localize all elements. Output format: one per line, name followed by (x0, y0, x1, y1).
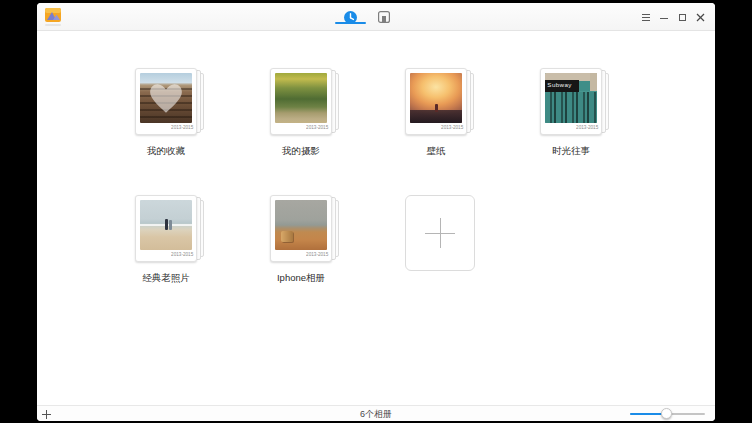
minimize-icon (660, 18, 668, 19)
active-tab-underline (335, 22, 366, 24)
album-date: 2013-2015 (171, 252, 193, 257)
album-date: 2013-2015 (576, 125, 598, 130)
album-icon (378, 11, 390, 23)
album-cover-photo (140, 200, 192, 250)
subway-sign-text: Subway (545, 82, 572, 89)
album-cover-photo (140, 73, 192, 123)
tab-album[interactable] (367, 3, 400, 31)
close-icon (696, 13, 705, 22)
couple-figures (165, 219, 172, 230)
app-window: 2013-2015 我的收藏 2013-2015 我的摄影 2 (37, 3, 715, 421)
album-cover: 2013-2015 (405, 68, 467, 135)
tab-timeline[interactable] (334, 3, 367, 31)
album-date: 2013-2015 (306, 125, 328, 130)
album-cover-photo (275, 200, 327, 250)
album-cover-photo (410, 73, 462, 123)
view-tabs (334, 3, 400, 31)
album-title: 经典老照片 (119, 272, 213, 285)
titlebar (37, 3, 715, 31)
menu-button[interactable] (637, 8, 655, 26)
maximize-button[interactable] (673, 8, 691, 26)
album-tile-wallpaper[interactable]: 2013-2015 壁纸 (405, 68, 475, 158)
album-tile-my-photography[interactable]: 2013-2015 我的摄影 (270, 68, 340, 158)
image-viewer-app-icon (45, 8, 61, 22)
album-tile-iphone[interactable]: 2013-2015 Iphone相册 (270, 195, 340, 285)
album-cover: Subway 2013-2015 (540, 68, 602, 135)
plus-icon (425, 218, 455, 248)
album-title: Iphone相册 (254, 272, 348, 285)
album-date: 2013-2015 (306, 252, 328, 257)
close-button[interactable] (691, 8, 709, 26)
subway-sign: Subway (545, 80, 579, 93)
album-tile-old-times[interactable]: Subway 2013-2015 时光往事 (540, 68, 610, 158)
hay-bale (281, 231, 293, 242)
desktop-background: { "titlebar": { "tabs": [ { "id": "timel… (0, 0, 752, 423)
album-tile-classic-old-photos[interactable]: 2013-2015 经典老照片 (135, 195, 205, 285)
maximize-icon (679, 14, 686, 21)
album-cover: 2013-2015 (270, 195, 332, 262)
album-cover: 2013-2015 (135, 68, 197, 135)
album-date: 2013-2015 (171, 125, 193, 130)
minimize-button[interactable] (655, 8, 673, 26)
app-icon-reflection (45, 24, 61, 26)
album-cover-photo (275, 73, 327, 123)
album-cover: 2013-2015 (270, 68, 332, 135)
album-cover-photo: Subway (545, 73, 597, 123)
album-title: 时光往事 (524, 145, 618, 158)
album-title: 壁纸 (389, 145, 483, 158)
menu-icon (642, 14, 650, 21)
silhouette-figure (435, 104, 438, 112)
album-date: 2013-2015 (441, 125, 463, 130)
window-controls (637, 3, 709, 31)
album-cover: 2013-2015 (135, 195, 197, 262)
heart-overlay-icon (148, 83, 184, 115)
album-count-label: 6个相册 (37, 408, 715, 421)
thumbnail-size-slider[interactable] (630, 413, 705, 415)
status-bar: 6个相册 (37, 405, 715, 421)
album-tile-favorites[interactable]: 2013-2015 我的收藏 (135, 68, 205, 158)
album-title: 我的摄影 (254, 145, 348, 158)
add-album-tile[interactable] (405, 195, 475, 271)
album-title: 我的收藏 (119, 145, 213, 158)
